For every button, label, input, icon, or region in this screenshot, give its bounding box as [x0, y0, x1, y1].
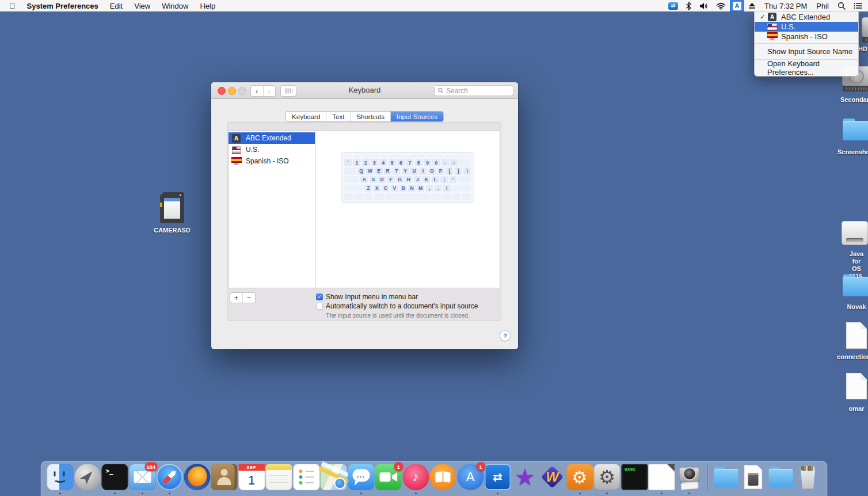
menu-help[interactable]: Help [194, 0, 221, 12]
dock-item-terminal[interactable]: >_ [102, 464, 128, 490]
hard-disk-icon [862, 17, 868, 43]
dock-item-itunes[interactable]: ♪ [402, 464, 429, 490]
dock-item-w-app[interactable]: W [539, 464, 566, 490]
tab-shortcuts[interactable]: Shortcuts [351, 112, 391, 121]
dock-item-teamviewer[interactable]: ⇄ [485, 464, 511, 490]
dock-item-safari[interactable] [157, 464, 183, 490]
tab-input-sources[interactable]: Input Sources [391, 112, 443, 121]
tab-text[interactable]: Text [326, 112, 351, 121]
key-8: 8 [415, 159, 422, 166]
desktop-icon-camerasd[interactable] [160, 192, 184, 223]
source-row-abc-extended[interactable]: AABC Extended [229, 132, 315, 144]
add-remove-control: + − [230, 292, 256, 303]
dock-item-gear-orange[interactable]: ⚙ [566, 464, 593, 490]
spotlight-search-icon[interactable] [833, 0, 850, 12]
dock-item-diskimage[interactable] [740, 464, 767, 490]
dock-item-image-capture[interactable] [676, 464, 702, 490]
desktop-icon-omar[interactable] [846, 373, 867, 399]
dock-item-folder-1[interactable] [713, 464, 739, 490]
input-source-menu-icon[interactable]: A [730, 0, 744, 12]
menu-view[interactable]: View [128, 0, 156, 12]
key-`: ` [344, 159, 352, 166]
forward-button[interactable]: › [264, 86, 276, 96]
back-button[interactable]: ‹ [251, 86, 264, 96]
key [344, 185, 363, 192]
apple-menu-icon[interactable]:  [0, 1, 21, 10]
dock-item-imovie[interactable]: ★ [512, 464, 538, 490]
dock-item-finder[interactable] [47, 464, 74, 490]
dock-item-firefox[interactable] [184, 464, 210, 490]
checkbox-auto-switch[interactable] [316, 303, 323, 310]
input-menu-item-label: U.S. [781, 22, 795, 31]
desktop-icon-java-for-os-2015-001[interactable] [842, 221, 868, 245]
desktop-icon-novak[interactable] [843, 274, 868, 296]
dock-item-messages[interactable]: ... [348, 464, 374, 490]
menu-item-show-input-source-name[interactable]: Show Input Source Name [755, 45, 858, 58]
dock-item-libreoffice[interactable] [649, 464, 675, 490]
dock-item-mail[interactable]: 184 [129, 464, 155, 490]
show-all-button[interactable] [280, 85, 296, 97]
dock-item-system-preferences[interactable]: ⚙ [594, 464, 620, 490]
key [459, 159, 471, 166]
user-menu[interactable]: Phil [812, 2, 833, 10]
key-C: C [382, 185, 390, 192]
dock-item-ibooks[interactable] [430, 464, 456, 490]
keyboard-row: QWERTYUIOP[]\ [344, 167, 471, 175]
dock-item-facetime[interactable]: 1 [375, 464, 402, 490]
input-source-note: The input source is used until the docum… [326, 312, 478, 319]
dock-item-calendar[interactable]: SEP1 [238, 464, 265, 490]
input-menu-item-spanish-iso[interactable]: ISOSpanish - ISO [755, 32, 858, 41]
dock-item-appstore[interactable]: A1 [457, 464, 484, 490]
tab-keyboard[interactable]: Keyboard [286, 112, 326, 121]
wifi-icon[interactable] [712, 0, 730, 12]
search-field[interactable]: Search [434, 85, 513, 96]
key-2: 2 [362, 159, 370, 166]
menu-bar-clock[interactable]: Thu 7:32 PM [760, 2, 812, 10]
menu-edit[interactable]: Edit [104, 0, 128, 12]
checkbox-show-input-menu[interactable]: ✓ [316, 293, 323, 300]
dock-item-launchpad[interactable] [74, 464, 101, 490]
teamviewer-menu-icon[interactable]: ⇄ [664, 0, 682, 12]
bluetooth-icon[interactable] [682, 0, 695, 12]
key-R: R [384, 167, 391, 175]
dock-item-folder-2[interactable] [767, 464, 794, 490]
key-G: G [396, 176, 403, 184]
notification-badge: 184 [144, 462, 157, 471]
input-menu-item-abc-extended[interactable]: ✓AABC Extended [755, 12, 858, 22]
volume-icon[interactable] [695, 0, 712, 12]
key-W: W [366, 167, 374, 175]
key-.: . [435, 185, 442, 192]
desktop-icon-screenshots[interactable] [843, 119, 868, 140]
us-flag-icon [767, 23, 777, 30]
notification-center-icon[interactable] [850, 0, 868, 12]
dock-item-contacts[interactable] [211, 464, 238, 490]
source-row-u-s-[interactable]: U.S. [229, 144, 315, 155]
desktop: HDSecondaryScreenshotsJava for OS 2015-0… [0, 0, 868, 496]
key-Q: Q [357, 167, 365, 175]
menu-window[interactable]: Window [156, 0, 194, 12]
dock-item-maps[interactable] [321, 464, 347, 490]
input-source-list: AABC ExtendedU.S.ISOSpanish - ISO [229, 131, 315, 288]
remove-input-source-button[interactable]: − [243, 293, 255, 303]
desktop-icon-connections-[interactable] [846, 322, 867, 349]
abc-input-icon: A [232, 134, 241, 143]
source-row-spanish-iso[interactable]: ISOSpanish - ISO [229, 155, 315, 167]
eject-icon[interactable] [744, 0, 760, 12]
window-titlebar[interactable]: ‹ › Keyboard Search [211, 82, 518, 99]
dock-item-reminders[interactable] [293, 464, 319, 490]
close-button[interactable] [218, 87, 226, 95]
dock-item-notes[interactable] [266, 464, 292, 490]
input-menu-item-u-s-[interactable]: U.S. [755, 22, 858, 32]
minimize-button[interactable] [228, 87, 236, 95]
menu-item-open-keyboard-preferences-[interactable]: Open Keyboard Preferences... [755, 62, 858, 74]
key [408, 155, 416, 158]
add-input-source-button[interactable]: + [230, 293, 243, 303]
zoom-button-disabled [238, 87, 246, 95]
dock-item-trash[interactable] [795, 464, 821, 490]
desktop-icon-hd[interactable] [862, 17, 868, 43]
input-sources-panel: AABC ExtendedU.S.ISOSpanish - ISO `12345… [227, 122, 501, 321]
help-button[interactable]: ? [500, 330, 511, 341]
dock-item-exec[interactable]: exec [621, 464, 648, 490]
calendar-day: 1 [238, 471, 265, 490]
menu-system-preferences[interactable]: System Preferences [21, 0, 104, 12]
